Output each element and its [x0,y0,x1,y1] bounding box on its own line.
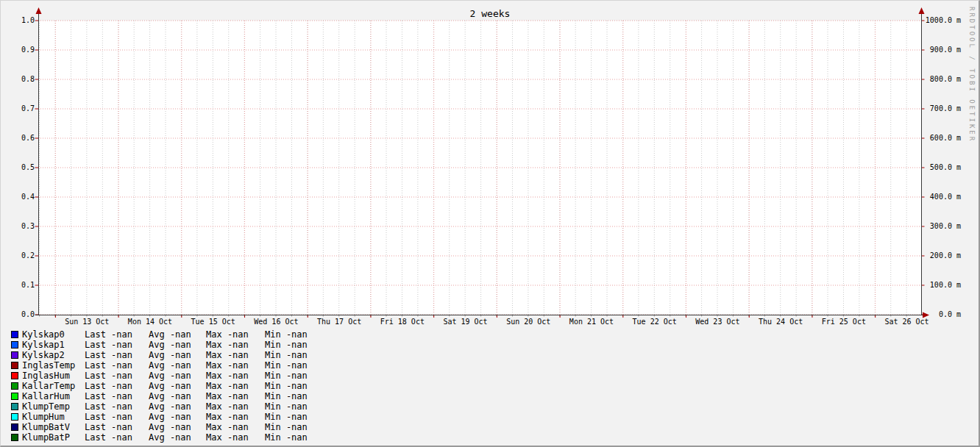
legend-color-swatch [11,362,18,369]
legend-color-swatch [11,341,18,348]
legend-stat-avg: Avg -nan [149,391,206,401]
legend-stat-min: Min -nan [265,371,316,381]
y-axis-left-label: 0.1 [5,281,35,290]
y-axis-left-label: 0.3 [5,222,35,231]
legend-series-name: KallarHum [22,391,85,401]
legend-stat-last: Last -nan [85,432,149,443]
y-axis-right-label: 800.0 m [925,75,961,84]
legend: Kylskap0Last -nanAvg -nanMax -nanMin -na… [11,329,316,443]
y-axis-left-label: 0.6 [5,134,35,143]
x-axis-label: Tue 22 Oct [622,318,688,326]
legend-color-swatch [11,434,18,441]
legend-stat-avg: Avg -nan [149,360,206,371]
legend-series-name: KlumpBatP [22,432,85,443]
legend-stat-max: Max -nan [206,401,265,412]
legend-row: KallarHumLast -nanAvg -nanMax -nanMin -n… [11,391,316,401]
legend-stat-avg: Avg -nan [149,340,206,350]
y-axis-right-label: 700.0 m [925,104,961,113]
legend-stat-max: Max -nan [206,360,265,371]
legend-series-name: InglasTemp [22,360,85,371]
x-axis-label: Thu 24 Oct [748,318,814,326]
legend-stat-avg: Avg -nan [149,412,206,422]
legend-stat-min: Min -nan [265,422,316,432]
legend-stat-avg: Avg -nan [149,381,206,391]
x-axis-label: Sat 19 Oct [433,318,499,326]
x-axis-label: Wed 23 Oct [684,318,750,326]
legend-color-swatch [11,423,18,431]
legend-stat-avg: Avg -nan [149,422,206,432]
legend-series-name: InglasHum [22,371,85,381]
y-axis-right-label: 300.0 m [925,222,961,231]
legend-stat-max: Max -nan [206,350,265,360]
legend-color-swatch [11,331,18,338]
legend-stat-max: Max -nan [206,371,265,381]
legend-stat-max: Max -nan [206,391,265,401]
y-axis-right-label: 400.0 m [925,193,961,201]
legend-stat-max: Max -nan [206,329,265,340]
legend-stat-min: Min -nan [265,391,316,401]
legend-row: KallarTempLast -nanAvg -nanMax -nanMin -… [11,381,316,391]
legend-series-name: Kylskap0 [22,329,85,340]
legend-color-swatch [11,351,18,359]
legend-stat-min: Min -nan [265,432,316,443]
legend-row: KlumpBatVLast -nanAvg -nanMax -nanMin -n… [11,422,316,432]
legend-series-name: KlumpHum [22,412,85,422]
legend-series-name: KallarTemp [22,381,85,391]
legend-color-swatch [11,413,18,421]
legend-stat-min: Min -nan [265,401,316,412]
legend-color-swatch [11,372,18,379]
legend-row: Kylskap0Last -nanAvg -nanMax -nanMin -na… [11,329,316,340]
legend-color-swatch [11,403,18,410]
legend-stat-min: Min -nan [265,412,316,422]
legend-stat-last: Last -nan [85,412,149,422]
legend-stat-last: Last -nan [85,391,149,401]
x-axis-label: Tue 15 Oct [180,318,246,326]
legend-row: KlumpHumLast -nanAvg -nanMax -nanMin -na… [11,412,316,422]
x-axis-label: Sun 20 Oct [495,318,561,326]
legend-stat-last: Last -nan [85,360,149,371]
legend-stat-max: Max -nan [206,340,265,350]
legend-stat-min: Min -nan [265,360,316,371]
x-axis-label: Fri 25 Oct [811,318,877,326]
legend-color-swatch [11,382,18,390]
legend-stat-min: Min -nan [265,340,316,350]
legend-stat-avg: Avg -nan [149,350,206,360]
legend-stat-last: Last -nan [85,422,149,432]
legend-stat-last: Last -nan [85,381,149,391]
legend-stat-avg: Avg -nan [149,432,206,443]
legend-stat-min: Min -nan [265,350,316,360]
y-axis-left-label: 0.8 [5,75,35,84]
y-axis-right-label: 600.0 m [925,134,961,143]
legend-stat-last: Last -nan [85,340,149,350]
y-axis-right-label: 0.0 m [925,310,961,319]
legend-stat-last: Last -nan [85,350,149,360]
y-axis-right-label: 200.0 m [925,251,961,260]
legend-stat-max: Max -nan [206,422,265,432]
chart-title: 2 weeks [1,8,979,19]
legend-row: KlumpTempLast -nanAvg -nanMax -nanMin -n… [11,401,316,412]
y-axis-left-label: 0.9 [5,46,35,54]
legend-stat-avg: Avg -nan [149,401,206,412]
legend-series-name: KlumpTemp [22,401,85,412]
legend-row: Kylskap2Last -nanAvg -nanMax -nanMin -na… [11,350,316,360]
legend-stat-last: Last -nan [85,401,149,412]
legend-stat-last: Last -nan [85,371,149,381]
x-axis-label: Fri 18 Oct [369,318,436,326]
x-axis-label: Thu 17 Oct [306,318,372,326]
rrdtool-watermark: RRDTOOL / TOBI OETIKER [968,7,976,143]
legend-stat-avg: Avg -nan [149,329,206,340]
y-axis-left-label: 0.4 [5,193,35,201]
x-axis-label: Mon 21 Oct [558,318,625,326]
legend-stat-avg: Avg -nan [149,371,206,381]
legend-row: InglasTempLast -nanAvg -nanMax -nanMin -… [11,360,316,371]
legend-series-name: Kylskap1 [22,340,85,350]
y-axis-right-label: 500.0 m [925,163,961,172]
legend-series-name: KlumpBatV [22,422,85,432]
y-axis-right-label: 1000.0 m [925,16,961,25]
x-axis-label: Mon 14 Oct [117,318,183,326]
legend-color-swatch [11,393,18,400]
legend-series-name: Kylskap2 [22,350,85,360]
legend-row: Kylskap1Last -nanAvg -nanMax -nanMin -na… [11,340,316,350]
legend-row: KlumpBatPLast -nanAvg -nanMax -nanMin -n… [11,432,316,443]
x-axis-label: Sun 13 Oct [54,318,120,326]
